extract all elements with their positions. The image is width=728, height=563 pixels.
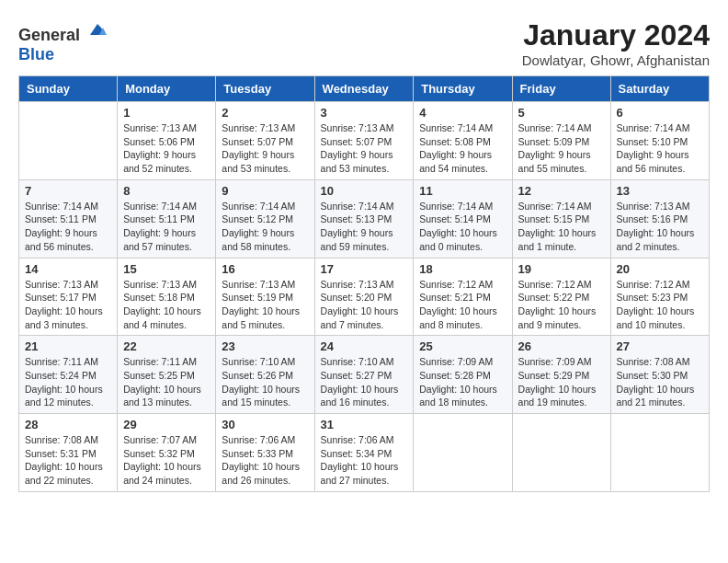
title-section: January 2024 Dowlatyar, Ghowr, Afghanist… (522, 18, 710, 68)
day-number: 7 (25, 184, 111, 198)
calendar-cell: 17Sunrise: 7:13 AMSunset: 5:20 PMDayligh… (314, 258, 414, 336)
calendar-week-row: 21Sunrise: 7:11 AMSunset: 5:24 PMDayligh… (19, 336, 710, 414)
calendar-table: SundayMondayTuesdayWednesdayThursdayFrid… (18, 75, 710, 492)
day-number: 3 (321, 106, 408, 120)
calendar-cell: 18Sunrise: 7:12 AMSunset: 5:21 PMDayligh… (414, 258, 512, 336)
day-info: Sunrise: 7:13 AMSunset: 5:18 PMDaylight:… (123, 278, 210, 332)
day-number: 16 (222, 262, 308, 276)
logo-icon (86, 18, 108, 40)
calendar-cell: 31Sunrise: 7:06 AMSunset: 5:34 PMDayligh… (314, 414, 414, 492)
day-info: Sunrise: 7:11 AMSunset: 5:25 PMDaylight:… (123, 355, 210, 409)
day-info: Sunrise: 7:14 AMSunset: 5:08 PMDaylight:… (419, 121, 506, 176)
calendar-cell: 26Sunrise: 7:09 AMSunset: 5:29 PMDayligh… (512, 336, 610, 414)
day-number: 23 (222, 339, 308, 353)
day-of-week-header: Tuesday (216, 76, 314, 102)
day-number: 19 (518, 262, 605, 276)
day-info: Sunrise: 7:10 AMSunset: 5:26 PMDaylight:… (222, 355, 308, 409)
calendar-cell: 28Sunrise: 7:08 AMSunset: 5:31 PMDayligh… (19, 414, 118, 492)
calendar-header: SundayMondayTuesdayWednesdayThursdayFrid… (19, 76, 710, 102)
calendar-cell: 7Sunrise: 7:14 AMSunset: 5:11 PMDaylight… (19, 179, 118, 258)
day-number: 29 (123, 418, 210, 431)
logo-text: General Blue (18, 18, 108, 64)
logo-general: General (18, 26, 80, 44)
day-number: 14 (25, 262, 111, 276)
calendar-week-row: 14Sunrise: 7:13 AMSunset: 5:17 PMDayligh… (19, 258, 710, 336)
day-of-week-header: Wednesday (314, 76, 414, 102)
day-info: Sunrise: 7:10 AMSunset: 5:27 PMDaylight:… (321, 355, 408, 409)
day-of-week-header: Saturday (610, 76, 709, 102)
day-info: Sunrise: 7:08 AMSunset: 5:31 PMDaylight:… (25, 433, 111, 488)
day-number: 13 (617, 184, 703, 198)
day-info: Sunrise: 7:14 AMSunset: 5:09 PMDaylight:… (518, 121, 605, 176)
day-number: 24 (321, 339, 408, 353)
day-number: 28 (25, 418, 111, 431)
calendar-cell: 30Sunrise: 7:06 AMSunset: 5:33 PMDayligh… (216, 414, 314, 492)
day-info: Sunrise: 7:14 AMSunset: 5:10 PMDaylight:… (617, 121, 703, 176)
calendar-cell: 21Sunrise: 7:11 AMSunset: 5:24 PMDayligh… (19, 336, 118, 414)
calendar-cell: 12Sunrise: 7:14 AMSunset: 5:15 PMDayligh… (512, 179, 610, 258)
header: General Blue January 2024 Dowlatyar, Gho… (18, 18, 710, 68)
day-info: Sunrise: 7:06 AMSunset: 5:34 PMDaylight:… (321, 433, 408, 488)
day-info: Sunrise: 7:09 AMSunset: 5:28 PMDaylight:… (419, 355, 506, 409)
day-number: 18 (419, 262, 506, 276)
day-number: 25 (419, 339, 506, 353)
calendar-cell: 20Sunrise: 7:12 AMSunset: 5:23 PMDayligh… (610, 258, 709, 336)
day-info: Sunrise: 7:13 AMSunset: 5:07 PMDaylight:… (222, 121, 308, 176)
day-info: Sunrise: 7:07 AMSunset: 5:32 PMDaylight:… (123, 433, 210, 488)
day-number: 27 (617, 339, 703, 353)
day-info: Sunrise: 7:14 AMSunset: 5:11 PMDaylight:… (25, 200, 111, 254)
day-number: 26 (518, 339, 605, 353)
day-number: 21 (25, 339, 111, 353)
day-info: Sunrise: 7:13 AMSunset: 5:17 PMDaylight:… (25, 278, 111, 332)
day-number: 17 (321, 262, 408, 276)
day-info: Sunrise: 7:09 AMSunset: 5:29 PMDaylight:… (518, 355, 605, 409)
day-number: 5 (518, 106, 605, 120)
day-number: 4 (419, 106, 506, 120)
logo: General Blue (18, 18, 108, 64)
calendar-week-row: 1Sunrise: 7:13 AMSunset: 5:06 PMDaylight… (19, 102, 710, 180)
calendar-cell: 22Sunrise: 7:11 AMSunset: 5:25 PMDayligh… (118, 336, 216, 414)
calendar-cell: 29Sunrise: 7:07 AMSunset: 5:32 PMDayligh… (118, 414, 216, 492)
day-number: 22 (123, 339, 210, 353)
day-number: 31 (321, 418, 408, 431)
day-info: Sunrise: 7:08 AMSunset: 5:30 PMDaylight:… (617, 355, 703, 409)
day-of-week-header: Thursday (414, 76, 512, 102)
day-number: 8 (123, 184, 210, 198)
day-number: 1 (123, 106, 210, 120)
day-info: Sunrise: 7:14 AMSunset: 5:13 PMDaylight:… (321, 200, 408, 254)
month-title: January 2024 (522, 18, 710, 52)
day-info: Sunrise: 7:12 AMSunset: 5:23 PMDaylight:… (617, 278, 703, 332)
calendar-cell: 2Sunrise: 7:13 AMSunset: 5:07 PMDaylight… (216, 102, 314, 180)
calendar-cell: 11Sunrise: 7:14 AMSunset: 5:14 PMDayligh… (414, 179, 512, 258)
day-info: Sunrise: 7:12 AMSunset: 5:22 PMDaylight:… (518, 278, 605, 332)
day-info: Sunrise: 7:14 AMSunset: 5:12 PMDaylight:… (222, 200, 308, 254)
calendar-body: 1Sunrise: 7:13 AMSunset: 5:06 PMDaylight… (19, 102, 710, 492)
calendar-cell: 27Sunrise: 7:08 AMSunset: 5:30 PMDayligh… (610, 336, 709, 414)
day-info: Sunrise: 7:13 AMSunset: 5:06 PMDaylight:… (123, 121, 210, 176)
calendar-cell (512, 414, 610, 492)
calendar-cell: 3Sunrise: 7:13 AMSunset: 5:07 PMDaylight… (314, 102, 414, 180)
day-of-week-header: Friday (512, 76, 610, 102)
day-info: Sunrise: 7:13 AMSunset: 5:19 PMDaylight:… (222, 278, 308, 332)
day-info: Sunrise: 7:13 AMSunset: 5:07 PMDaylight:… (321, 121, 408, 176)
calendar-cell: 24Sunrise: 7:10 AMSunset: 5:27 PMDayligh… (314, 336, 414, 414)
day-info: Sunrise: 7:06 AMSunset: 5:33 PMDaylight:… (222, 433, 308, 488)
day-number: 15 (123, 262, 210, 276)
logo-blue: Blue (18, 45, 54, 63)
day-number: 30 (222, 418, 308, 431)
calendar-cell: 5Sunrise: 7:14 AMSunset: 5:09 PMDaylight… (512, 102, 610, 180)
calendar-cell: 19Sunrise: 7:12 AMSunset: 5:22 PMDayligh… (512, 258, 610, 336)
calendar-cell: 14Sunrise: 7:13 AMSunset: 5:17 PMDayligh… (19, 258, 118, 336)
day-info: Sunrise: 7:11 AMSunset: 5:24 PMDaylight:… (25, 355, 111, 409)
calendar-cell: 6Sunrise: 7:14 AMSunset: 5:10 PMDaylight… (610, 102, 709, 180)
day-info: Sunrise: 7:14 AMSunset: 5:11 PMDaylight:… (123, 200, 210, 254)
day-number: 2 (222, 106, 308, 120)
calendar-cell: 8Sunrise: 7:14 AMSunset: 5:11 PMDaylight… (118, 179, 216, 258)
calendar-cell: 23Sunrise: 7:10 AMSunset: 5:26 PMDayligh… (216, 336, 314, 414)
day-info: Sunrise: 7:14 AMSunset: 5:15 PMDaylight:… (518, 200, 605, 254)
page-container: General Blue January 2024 Dowlatyar, Gho… (18, 18, 710, 492)
calendar-cell: 9Sunrise: 7:14 AMSunset: 5:12 PMDaylight… (216, 179, 314, 258)
calendar-cell (610, 414, 709, 492)
day-of-week-header: Monday (118, 76, 216, 102)
day-info: Sunrise: 7:14 AMSunset: 5:14 PMDaylight:… (419, 200, 506, 254)
